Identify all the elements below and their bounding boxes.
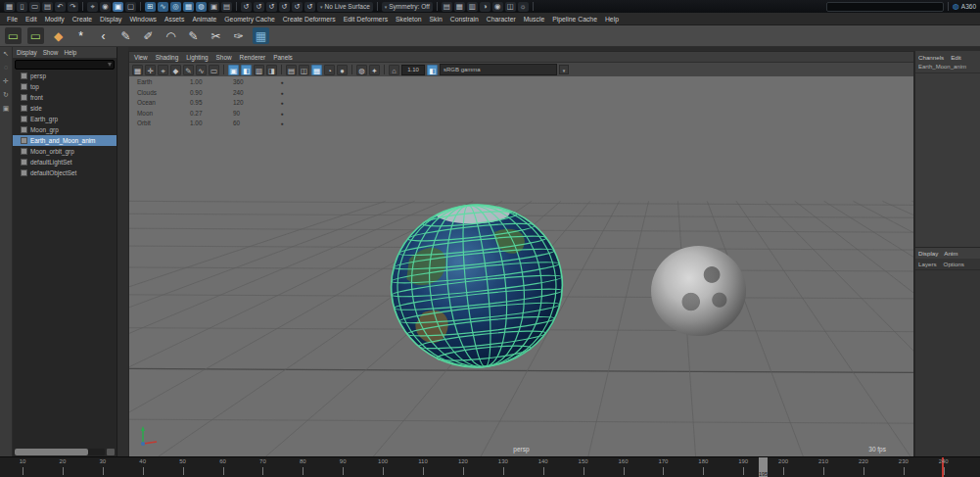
snap-curve-icon[interactable]: ∿ xyxy=(158,2,168,12)
outliner-item[interactable]: persp xyxy=(13,71,117,81)
brush-tool-icon[interactable]: ✑ xyxy=(230,27,247,44)
pen-tool-icon[interactable]: ✎ xyxy=(185,27,202,44)
menu-file[interactable]: File xyxy=(7,16,18,23)
set-key-icon[interactable]: ◆ xyxy=(50,27,67,44)
moon-sphere[interactable] xyxy=(651,246,746,336)
redo-icon[interactable]: ↷ xyxy=(68,2,78,12)
rotate-tool-icon[interactable]: ↻ xyxy=(3,91,9,99)
snap-grid-icon[interactable]: ⊞ xyxy=(145,2,156,12)
select-mask-icon[interactable]: ⌖ xyxy=(87,2,98,12)
viewport-3d-view[interactable]: Earth1.00360●Clouds0.90240●Ocean0.95120●… xyxy=(129,76,913,456)
star-primitive-icon[interactable]: * xyxy=(72,27,89,44)
shaded-icon[interactable]: ◧ xyxy=(241,65,252,75)
viewport-menu-shading[interactable]: Shading xyxy=(156,54,178,61)
menu-grid-icon[interactable]: ▦ xyxy=(4,2,15,12)
channel-box-menu-channels[interactable]: Channels xyxy=(918,54,944,61)
input-connections-icon[interactable]: ▣ xyxy=(209,2,219,12)
save-scene-icon[interactable]: ▤ xyxy=(42,2,53,12)
menu-pipeline-cache[interactable]: Pipeline Cache xyxy=(552,16,597,23)
select-tool-icon[interactable]: ↖ xyxy=(3,50,9,58)
hypershade-icon[interactable]: ◉ xyxy=(492,2,503,12)
wireframe-icon[interactable]: ▣ xyxy=(228,65,239,75)
live-surface-dropdown[interactable]: ▾No Live Surface xyxy=(317,2,373,12)
outliner-item[interactable]: side xyxy=(13,103,117,114)
a360-badge[interactable]: ◍A360 xyxy=(953,2,976,11)
layer-editor-menu-layers[interactable]: Layers xyxy=(918,261,937,267)
outliner-item[interactable]: Moon_grp xyxy=(13,124,117,135)
time-slider[interactable]: 195 102030405060708090100110120130140150… xyxy=(0,456,980,477)
menu-skin[interactable]: Skin xyxy=(430,16,443,23)
outliner-item[interactable]: front xyxy=(13,92,117,103)
pencil-icon[interactable]: ✎ xyxy=(183,65,194,75)
undo-icon[interactable]: ↶ xyxy=(55,2,66,12)
render-current-frame-icon[interactable]: ▦ xyxy=(454,2,465,12)
key-icon[interactable]: ◆ xyxy=(170,65,181,75)
menu-assets[interactable]: Assets xyxy=(164,16,184,23)
history-toggle-6-icon[interactable]: ↺ xyxy=(304,2,315,12)
outliner-item[interactable]: Earth_and_Moon_anim xyxy=(13,135,117,146)
object-mode-icon[interactable]: ▣ xyxy=(113,2,123,12)
light-editor-icon[interactable]: ☼ xyxy=(518,2,529,12)
history-toggle-1-icon[interactable]: ↺ xyxy=(241,2,252,12)
outliner-menu-help[interactable]: Help xyxy=(64,49,76,56)
history-toggle-2-icon[interactable]: ↺ xyxy=(254,2,264,12)
view-transform-dropdown-button[interactable]: ▾ xyxy=(559,65,569,74)
outliner-item[interactable]: Earth_grp xyxy=(13,114,117,124)
depth-of-field-icon[interactable]: ◔ xyxy=(324,65,335,75)
snap-icon[interactable]: ⌖ xyxy=(158,65,168,75)
screenspace-ao-icon[interactable]: ◫ xyxy=(299,65,309,75)
menu-muscle[interactable]: Muscle xyxy=(524,16,545,23)
earth-globe[interactable] xyxy=(383,196,571,376)
gamma-field[interactable]: 1.10 xyxy=(401,65,425,75)
menu-geometry-cache[interactable]: Geometry Cache xyxy=(224,16,274,23)
outliner-menu-show[interactable]: Show xyxy=(43,49,59,56)
menu-edit[interactable]: Edit xyxy=(25,16,37,23)
color-management-icon[interactable]: ◧ xyxy=(427,65,438,75)
menu-create[interactable]: Create xyxy=(72,16,92,23)
ipr-render-icon[interactable]: ▥ xyxy=(467,2,478,12)
outliner-item[interactable]: Moon_orbit_grp xyxy=(13,146,117,157)
render-sequence-icon[interactable]: ◫ xyxy=(505,2,516,12)
curve-icon[interactable]: ∿ xyxy=(196,65,207,75)
layer-editor-menu-options[interactable]: Options xyxy=(944,261,964,267)
open-scene-icon[interactable]: ▭ xyxy=(29,2,40,12)
menu-display[interactable]: Display xyxy=(100,16,121,23)
arc-tool-icon[interactable]: ◠ xyxy=(163,27,179,44)
xray-icon[interactable]: ✦ xyxy=(369,65,380,75)
render-settings-icon[interactable]: ◑ xyxy=(480,2,490,12)
panel-divider[interactable] xyxy=(117,47,128,457)
isolate-select-icon[interactable]: ◍ xyxy=(356,65,367,75)
symmetry-dropdown[interactable]: ▾Symmetry: Off xyxy=(382,2,433,12)
multisample-icon[interactable]: ▦ xyxy=(311,65,322,75)
perspective-viewport[interactable]: ViewShadingLightingShowRendererPanels ▦✛… xyxy=(128,51,914,457)
viewport-menu-lighting[interactable]: Lighting xyxy=(186,54,208,61)
outliner-item[interactable]: top xyxy=(13,81,117,92)
camera-keyframe-icon[interactable]: ▭ xyxy=(5,27,22,44)
viewport-menu-show[interactable]: Show xyxy=(216,54,232,61)
outliner-scrollbar-button[interactable] xyxy=(107,449,115,455)
move-icon[interactable]: ✛ xyxy=(145,65,156,75)
viewport-menu-view[interactable]: View xyxy=(134,54,148,61)
history-toggle-5-icon[interactable]: ↺ xyxy=(292,2,303,12)
history-toggle-3-icon[interactable]: ↺ xyxy=(266,2,277,12)
viewport-menu-panels[interactable]: Panels xyxy=(273,54,293,61)
viewport-menu-renderer[interactable]: Renderer xyxy=(240,54,266,61)
camera-aim-icon[interactable]: ▭ xyxy=(27,27,44,44)
menu-modify[interactable]: Modify xyxy=(45,16,65,23)
outliner-search-input[interactable] xyxy=(15,60,115,70)
output-connections-icon[interactable]: ▤ xyxy=(221,2,232,12)
menu-edit-deformers[interactable]: Edit Deformers xyxy=(344,16,388,23)
scale-tool-icon[interactable]: ▣ xyxy=(3,105,10,113)
outliner-scrollbar-thumb[interactable] xyxy=(15,449,88,455)
component-mode-icon[interactable]: ▢ xyxy=(125,2,136,12)
menu-skeleton[interactable]: Skeleton xyxy=(396,16,421,23)
outliner-item[interactable]: defaultObjectSet xyxy=(13,167,117,178)
hierarchy-mode-icon[interactable]: ◉ xyxy=(100,2,111,12)
quick-search-field[interactable] xyxy=(826,2,944,12)
select-icon[interactable]: ▦ xyxy=(132,65,143,75)
cut-tool-icon[interactable]: ✂ xyxy=(208,27,224,44)
playblast-monitor-icon[interactable]: ▦ xyxy=(253,27,269,44)
menu-animate[interactable]: Animate xyxy=(192,16,216,23)
frame-icon[interactable]: ▭ xyxy=(209,65,219,75)
outliner-item[interactable]: defaultLightSet xyxy=(13,157,117,167)
